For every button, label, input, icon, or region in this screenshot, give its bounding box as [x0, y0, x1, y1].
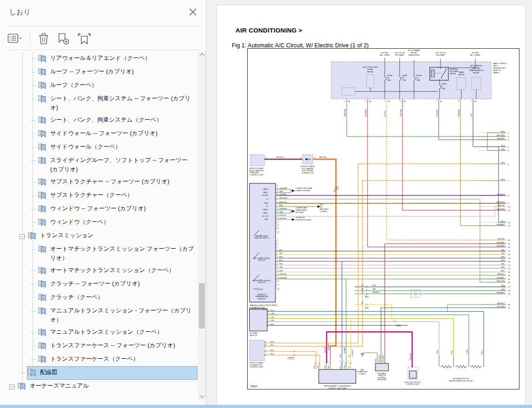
bookmark-item-label: サイドウォール（クーペ） [50, 142, 121, 151]
diagram-label: BLOWERSWITCH [250, 332, 257, 337]
bookmark-icon [37, 205, 47, 213]
close-panel-button[interactable] [188, 7, 197, 17]
wire [267, 318, 453, 356]
refrigerant-compressor-control-unit [319, 369, 356, 383]
stub-wire-name: BRN/ORG [497, 201, 505, 203]
diagram-label: GRN [279, 211, 283, 213]
stub-wire-name: BRN [501, 131, 505, 133]
expand-toggle[interactable]: − [20, 234, 25, 239]
bookmark-item[interactable]: −オーナーズマニュアル [0, 380, 197, 393]
diagram-label: GRN [372, 288, 376, 290]
diagram-label: BLU [271, 310, 274, 311]
diagram-label: 4 [269, 320, 269, 322]
diagram-label: 8 [348, 361, 349, 363]
diagram-label: RED/VIO [324, 346, 326, 353]
scrollbar-thumb[interactable] [199, 283, 205, 329]
radio-remote-receiver [375, 363, 388, 371]
bookmark-item-label: サイドウォール -- フォーツー (カブリオ) [50, 129, 158, 138]
bookmark-icon [37, 68, 47, 76]
bookmark-item[interactable]: サブストラクチャー（クーペ） [0, 189, 197, 202]
bookmark-item[interactable]: ウィンドウ -- フォーツー (カブリオ) [0, 202, 197, 216]
bookmarks-toolbar [7, 28, 93, 49]
diagram-label: C2 [388, 100, 390, 102]
stub-wire-name: BRN [501, 149, 505, 150]
expand-toggle[interactable]: − [9, 384, 14, 389]
diagram-label: 10 [277, 214, 279, 216]
diagram-label: 12 [277, 221, 279, 223]
diagram-label: GRN/WHT [344, 347, 346, 354]
bookmark-item-label: オーナーズマニュアル [30, 381, 89, 390]
hv-distributor-control-unit [250, 340, 264, 361]
sidebar-scrollbar[interactable] [198, 51, 206, 401]
diagram-label: 3 [314, 157, 315, 159]
bookmark-options-button[interactable] [7, 32, 23, 45]
bookmark-icon [37, 55, 47, 62]
stub-number: 2 [508, 136, 509, 138]
bookmark-item[interactable]: サブストラクチャー -- フォーツー (カブリオ) [0, 175, 197, 189]
bookmark-item[interactable]: トランスファーケース -- フォーツー (カブリオ) [0, 339, 197, 353]
stub-number: 17 [508, 250, 510, 253]
diagram-label: ORG [270, 353, 274, 355]
stub-wire-name: YEL [501, 253, 505, 254]
wire [267, 315, 469, 356]
wire [402, 99, 506, 210]
bookmark-item[interactable]: ルーフ（クーペ） [0, 79, 197, 92]
wiring-diagram-frame: BRN1WHT/GRN2RED/GRY3BLU4BRN5ORG6ORG7ORG/… [247, 48, 519, 389]
stub-number: 8 [508, 194, 509, 197]
stub-number: 15 [508, 243, 510, 245]
bookmark-item[interactable]: ルーフ -- フォーツー (カブリオ) [0, 65, 197, 79]
bookmark-icon [37, 219, 47, 226]
diagram-label: RED GRN [400, 109, 402, 117]
bookmark-item[interactable]: クラッチ -- フォーツー (カブリオ) [0, 278, 197, 291]
diagram-label: GRY/BLU [279, 218, 287, 220]
diagram-label: BLK [279, 249, 282, 251]
bookmark-item[interactable]: リアウォール＆リアエンド（クーペ） [0, 52, 197, 65]
bookmark-item[interactable]: トランスファーケース（クーペ） [0, 353, 197, 366]
bookmark-item[interactable]: サイドウォール -- フォーツー (カブリオ) [0, 127, 197, 141]
bookmark-item[interactable]: シート、バンク、拘束システム -- フォーツー (カブリオ) [0, 92, 197, 114]
bookmark-item[interactable]: オートマチックトランスミッション フォーツー（カブリオ） [0, 243, 197, 264]
bookmark-item[interactable]: マニュアルトランスミッション - フォーツー（カブリオ） [0, 304, 197, 326]
diagram-label: 5 [269, 324, 269, 325]
diagram-label: W10(INBATTERYCOMPT) [320, 203, 328, 213]
stub-number: 3 [508, 139, 509, 141]
bookmark-item[interactable]: −トランスミッション [0, 229, 197, 243]
bookmark-item[interactable]: マニュアルトランスミッション（クーペ） [0, 326, 197, 339]
bookmark-item-label: リアウォール＆リアエンド（クーペ） [50, 53, 151, 63]
bookmark-item[interactable]: ウィンドウ（クーペ） [0, 216, 197, 229]
wire [264, 181, 506, 346]
new-bookmark-button[interactable] [55, 32, 71, 46]
bookmark-item[interactable]: スライディングルーフ、ソフトトップ -- フォーツー (カブリオ) [0, 154, 197, 175]
stub-wire-name: RED/GRY [497, 138, 505, 140]
diagram-label: PNK [279, 263, 283, 265]
bookmark-item-label: 配線図 [40, 368, 58, 377]
wire [276, 199, 506, 282]
stub-number: 27 [508, 286, 510, 288]
diagram-label: ORG [270, 350, 274, 351]
diagram-label: C2 [404, 100, 406, 102]
diagram-label: ORG [270, 341, 274, 343]
bookmark-item[interactable]: クラッチ（クーペ） [0, 291, 197, 304]
stub-number: 7 [508, 180, 509, 182]
scroll-up-button[interactable] [198, 54, 206, 58]
bookmark-item-label: サブストラクチャー（クーペ） [50, 190, 133, 200]
bookmark-item[interactable]: オートマチックトランスミッション（クーペ） [0, 264, 197, 278]
stub-wire-name: GRN/WHT [497, 277, 505, 279]
diagram-label: 5 [277, 197, 278, 199]
diagram-label: 11 [399, 100, 401, 102]
stub-number: 28 [508, 290, 510, 292]
bookmark-item[interactable]: 配線図 [0, 366, 197, 380]
stub-wire-name: BRN/WHT [497, 224, 505, 226]
stub-wire-name: WHT/GRN [497, 280, 505, 282]
scroll-down-button[interactable] [198, 391, 206, 400]
diagram-label: 3 [269, 317, 269, 318]
diagram-label: SAM CONTROLUNIT(UNDER LEFTSIDE OFDASH) [493, 62, 507, 74]
bookmark-item[interactable]: サイドウォール（クーペ） [0, 141, 197, 154]
diagram-label: WHT/GRN [279, 197, 288, 199]
diagram-label: 1 [393, 320, 394, 322]
delete-bookmark-button[interactable] [37, 32, 51, 46]
diagram-label: 1 [365, 100, 366, 102]
goto-bookmark-button[interactable] [76, 32, 93, 46]
bookmark-item[interactable]: シート、バンク、拘束システム（クーペ） [0, 114, 197, 127]
diagram-label: RED/GRN [328, 343, 330, 350]
